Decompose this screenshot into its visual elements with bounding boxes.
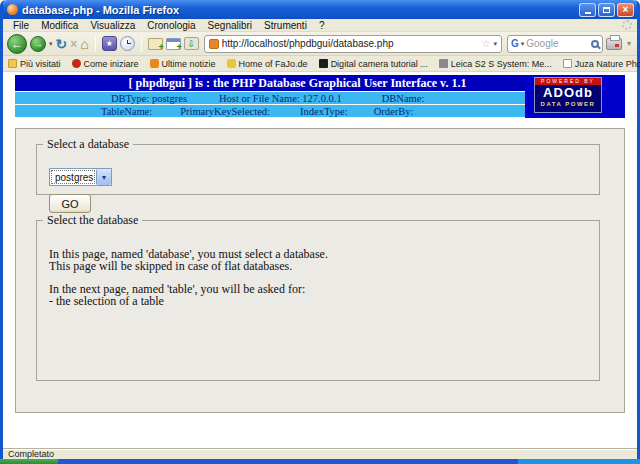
adodb-logo-area: POWERED BY ADOdb DATA POWER (525, 75, 625, 118)
new-window-button[interactable]: + (166, 38, 181, 50)
primarykey-label: PrimaryKeySelected: (180, 106, 270, 117)
site-favicon (209, 39, 219, 49)
url-bar[interactable]: ☆ ▾ (204, 35, 502, 53)
page-viewport: [ phpdbgui ] is : the PHP Database Graph… (3, 72, 637, 448)
powered-by-label: POWERED BY (535, 78, 601, 85)
bookmark-ultime-notizie[interactable]: Ultime notizie (150, 59, 216, 69)
toolbar-separator (95, 35, 96, 52)
minimize-icon (585, 12, 591, 14)
bookmark-icon (227, 59, 236, 68)
page-favicon (7, 4, 18, 15)
back-button[interactable]: ← (7, 34, 27, 54)
minimize-button[interactable] (579, 3, 596, 17)
bookmark-icon (319, 59, 328, 68)
system-tray (518, 459, 640, 464)
maximize-button[interactable] (598, 3, 615, 17)
reload-button[interactable]: ↻ (56, 36, 68, 52)
db-info-row-2: TableName: PrimaryKeySelected: IndexType… (15, 105, 525, 117)
throbber-icon (622, 20, 632, 30)
stop-button[interactable]: × (70, 37, 77, 51)
maximize-icon (603, 7, 610, 13)
tablename-label: TableName: (101, 106, 152, 117)
browser-status-bar: Completato (3, 448, 637, 459)
menu-item-help[interactable]: ? (313, 20, 331, 31)
history-dropdown-icon[interactable]: ▾ (49, 40, 53, 48)
home-button[interactable]: ⌂ (80, 36, 88, 52)
window-controls: × (579, 3, 634, 17)
window-title: database.php - Mozilla Firefox (22, 4, 579, 16)
adodb-tagline: DATA POWER (535, 100, 601, 108)
page-title: [ phpdbgui ] is : the PHP Database Graph… (15, 75, 525, 91)
orderby-label: OrderBy: (374, 106, 414, 117)
select-database-fieldset: Select a database postgres ▾ GO (36, 137, 600, 195)
database-select[interactable]: postgres ▾ (49, 168, 112, 186)
db-info-row-1: DBType: postgres Host or File Name: 127.… (15, 92, 525, 104)
google-icon[interactable]: G (511, 38, 519, 49)
history-button[interactable] (120, 36, 135, 51)
main-form-area: Select a database postgres ▾ GO Select t… (15, 128, 625, 413)
bookmark-leica-s2[interactable]: Leica S2 S System: Me... (439, 59, 552, 69)
folder-icon (8, 59, 17, 68)
plus-icon: + (158, 43, 163, 52)
title-bar[interactable]: database.php - Mozilla Firefox × (3, 0, 637, 19)
info-legend: Select the database (43, 213, 142, 228)
forward-button[interactable]: → (30, 36, 46, 52)
bookmark-piu-visitati[interactable]: Più visitati (8, 59, 61, 69)
url-dropdown-icon[interactable]: ▾ (493, 40, 497, 48)
select-database-legend: Select a database (43, 137, 133, 152)
menu-bar: File Modifica Visualizza Cronologia Segn… (3, 19, 637, 32)
indextype-label: IndexType: (300, 106, 348, 117)
info-line: This page will be skipped in case of fla… (37, 260, 599, 272)
info-line: - the selection of a table (37, 295, 599, 307)
bookmark-home-of-fajo[interactable]: Home of FaJo.de (227, 59, 308, 69)
dbtype-value: DBType: postgres (111, 93, 187, 104)
feed-icon (150, 59, 159, 68)
print-button[interactable] (606, 38, 622, 50)
dbname-value: DBName: (382, 93, 425, 104)
go-button[interactable]: GO (49, 194, 91, 213)
menu-item-modifica[interactable]: Modifica (35, 20, 84, 31)
host-value: Host or File Name: 127.0.0.1 (219, 93, 342, 104)
adodb-name: ADOdb (535, 85, 601, 100)
phpdbgui-header: [ phpdbgui ] is : the PHP Database Graph… (15, 75, 625, 118)
info-fieldset: Select the database In this page, named … (36, 213, 600, 381)
downloads-button[interactable]: ⇩ (184, 37, 199, 50)
windows-taskbar (0, 459, 640, 464)
bookmarks-toolbar: Più visitati Come iniziare Ultime notizi… (3, 56, 637, 72)
chevron-down-icon[interactable]: ▾ (96, 169, 111, 185)
menu-item-segnalibri[interactable]: Segnalibri (202, 20, 258, 31)
search-engine-dropdown-icon[interactable]: ▾ (521, 40, 525, 48)
search-box[interactable]: G ▾ (507, 35, 603, 53)
page-icon (563, 59, 572, 68)
menu-item-strumenti[interactable]: Strumenti (258, 20, 313, 31)
bookmark-icon (72, 59, 81, 68)
status-text: Completato (8, 449, 54, 459)
menu-item-visualizza[interactable]: Visualizza (84, 20, 141, 31)
navigation-toolbar: ← → ▾ ↻ × ⌂ ★ + + ⇩ ☆ ▾ G ▾ ▾ (3, 32, 637, 56)
bookmark-icon (439, 59, 448, 68)
bookmark-come-iniziare[interactable]: Come iniziare (72, 59, 139, 69)
plus-icon: + (176, 43, 181, 52)
bookmarks-panel-button[interactable]: ★ (102, 36, 117, 51)
new-tab-button[interactable]: + (148, 38, 163, 50)
toolbar-overflow-icon[interactable]: ▾ (625, 39, 633, 48)
bookmark-juza-nature[interactable]: Juza Nature Photogra... (563, 59, 640, 69)
database-select-value: postgres (51, 170, 95, 184)
menu-item-file[interactable]: File (7, 20, 35, 31)
url-input[interactable] (222, 38, 479, 49)
search-icon[interactable] (591, 40, 599, 48)
firefox-window: database.php - Mozilla Firefox × File Mo… (0, 0, 640, 459)
toolbar-separator (141, 35, 142, 52)
bookmark-star-icon[interactable]: ☆ (482, 38, 491, 49)
adodb-logo: POWERED BY ADOdb DATA POWER (534, 77, 602, 113)
bookmark-digital-camera-tutorial[interactable]: Digital camera tutorial ... (319, 59, 428, 69)
menu-item-cronologia[interactable]: Cronologia (141, 20, 201, 31)
taskbar-middle (58, 459, 518, 464)
search-input[interactable] (526, 38, 589, 49)
start-button[interactable] (0, 459, 58, 464)
close-button[interactable]: × (617, 3, 634, 17)
